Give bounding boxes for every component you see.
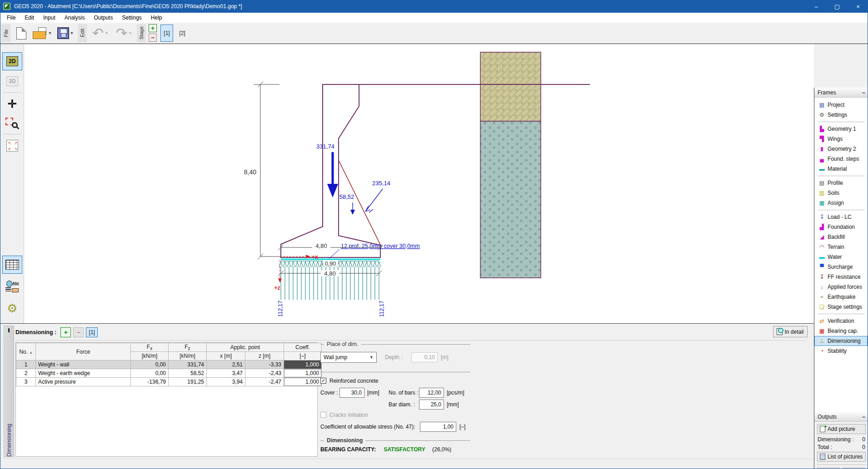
view-3d-button[interactable]: 3D xyxy=(2,72,22,90)
panel-stage-button[interactable]: [1] xyxy=(86,327,98,337)
sidebar-item-material[interactable]: ▬Material xyxy=(814,164,868,174)
bars-field[interactable]: 12,00 xyxy=(419,388,444,398)
pan-button[interactable]: ✛ xyxy=(2,95,22,113)
foundation-icon: ▟ xyxy=(818,224,825,230)
forces-table[interactable]: No.▲ Force Fx Fz Applic. point Coeff. [k… xyxy=(16,343,322,386)
soils-icon: ▨ xyxy=(818,190,825,196)
depth-field[interactable]: 0,10 xyxy=(411,352,438,362)
coeff-allowable-field[interactable]: 1,00 xyxy=(420,422,456,432)
open-file-button[interactable]: ▼ xyxy=(31,24,53,42)
bars-label: No. of bars : xyxy=(389,390,418,396)
cracks-initiation-checkbox[interactable] xyxy=(320,412,326,418)
sidebar-item-stability[interactable]: ◔Stability xyxy=(814,346,868,356)
add-row-button[interactable]: + xyxy=(60,327,71,337)
zoom-window-button[interactable] xyxy=(2,114,22,132)
open-dropdown-caret[interactable]: ▼ xyxy=(48,31,52,35)
col-no[interactable]: No.▲ xyxy=(16,343,36,360)
sidebar-item-soils[interactable]: ▨Soils xyxy=(814,188,868,198)
add-stage-button[interactable]: + xyxy=(149,24,157,32)
cover-field[interactable]: 30,0 xyxy=(339,388,364,398)
sidebar-item-earthquake[interactable]: ≈Earthquake xyxy=(814,292,868,302)
height-dimension-label: 8,40 xyxy=(244,168,256,176)
view-toolbar: 2D 3D ✛ ↖↗↙↘ Abc ⚙ xyxy=(0,44,24,324)
undo-button[interactable]: ↶ ▼ xyxy=(90,24,111,42)
sidebar-item-surcharge[interactable]: ▀Surcharge xyxy=(814,262,868,272)
menu-outputs[interactable]: Outputs xyxy=(89,13,117,22)
picture-settings-button[interactable]: Abc xyxy=(2,277,22,296)
undo-dropdown-caret[interactable]: ▼ xyxy=(105,31,109,35)
sidebar-item-profile[interactable]: ▤Profile xyxy=(814,178,868,188)
sidebar-item-bearing-cap[interactable]: ▦Bearing cap. xyxy=(814,326,868,336)
sidebar-item-foundation[interactable]: ▟Foundation xyxy=(814,222,868,232)
sidebar-item-geometry2[interactable]: ▮Geometry 2 xyxy=(814,144,868,154)
reinforced-concrete-checkbox[interactable]: ✓ xyxy=(320,378,326,384)
save-file-button[interactable]: ▼ xyxy=(56,24,75,42)
depth-unit: [m] xyxy=(441,354,449,360)
menu-file[interactable]: File xyxy=(2,13,20,22)
view-2d-button[interactable]: 2D xyxy=(2,52,22,70)
sidebar-item-project[interactable]: ▤Project xyxy=(814,100,868,110)
drawing-canvas[interactable]: 8,40 331,74 58,52 235,14 12 prof. 25,0mm… xyxy=(24,44,814,324)
menu-edit[interactable]: Edit xyxy=(20,13,39,22)
sidebar-item-wings[interactable]: ▜Wings xyxy=(814,134,868,144)
sidebar-item-load-lc[interactable]: ↧Load - LC xyxy=(814,212,868,222)
remove-row-button[interactable]: − xyxy=(73,327,84,337)
coeff-cell[interactable]: 1,000 xyxy=(284,378,322,386)
zoom-fit-button[interactable]: ↖↗↙↘ xyxy=(2,137,22,155)
maximize-button[interactable]: ▢ xyxy=(827,0,848,13)
close-button[interactable]: × xyxy=(848,0,868,13)
col-coeff[interactable]: Coeff. xyxy=(284,343,322,352)
menu-help[interactable]: Help xyxy=(146,13,167,22)
sidebar-item-geometry1[interactable]: ▙Geometry 1 xyxy=(814,124,868,134)
redo-dropdown-caret[interactable]: ▼ xyxy=(128,31,132,35)
drawing-settings-button[interactable]: ⚙ xyxy=(2,299,22,317)
table-row[interactable]: 3 Active pressure -136,79 191,25 3,94 -2… xyxy=(16,378,322,386)
sidebar-item-ff-resistance[interactable]: ↧FF resistance xyxy=(814,272,868,282)
place-of-dim-select[interactable]: Wall jump ▼ xyxy=(320,352,377,363)
force-active-arrow xyxy=(365,189,383,212)
list-of-pictures-button[interactable]: List of pictures xyxy=(817,452,866,462)
stage-1-button[interactable]: [1] xyxy=(160,25,173,42)
file-group-label[interactable]: File xyxy=(1,24,10,42)
add-picture-button[interactable]: + Add picture xyxy=(817,424,866,434)
outputs-minimize-icon[interactable]: – xyxy=(862,414,865,420)
panel-side-strip[interactable]: Dimensioning xyxy=(4,326,14,457)
geometry2-icon: ▮ xyxy=(818,146,825,152)
sidebar-item-assign[interactable]: ▦Assign xyxy=(814,198,868,208)
col-force[interactable]: Force xyxy=(36,343,131,360)
frames-minimize-icon[interactable]: – xyxy=(862,89,865,96)
sidebar-item-applied-forces[interactable]: ↓Applied forces xyxy=(814,282,868,292)
in-detail-magnifier-icon xyxy=(777,328,783,335)
sidebar-item-terrain[interactable]: ◠Terrain xyxy=(814,242,868,252)
sidebar-item-found-steps[interactable]: ▄Found. steps xyxy=(814,154,868,164)
table-row[interactable]: 1 Weight - wall 0,00 331,74 2,51 -3,33 1… xyxy=(16,360,322,369)
sidebar-item-backfill[interactable]: ◢Backfill xyxy=(814,232,868,242)
sidebar-item-settings[interactable]: ⚙Settings xyxy=(814,110,868,120)
splitter-handle[interactable] xyxy=(8,328,10,332)
menu-analysis[interactable]: Analysis xyxy=(60,13,90,22)
col-fz[interactable]: Fz xyxy=(169,343,207,352)
table-row[interactable]: 2 Weight - earth wedge 0,00 58,52 3,47 -… xyxy=(16,369,322,378)
stage-2-button[interactable]: [2] xyxy=(176,25,189,42)
table-view-button[interactable] xyxy=(2,256,22,274)
menu-input[interactable]: Input xyxy=(39,13,60,22)
in-detail-button[interactable]: In detail xyxy=(773,326,808,337)
edit-group-label[interactable]: Edit xyxy=(78,24,87,42)
sidebar-item-water[interactable]: ▬Water xyxy=(814,252,868,262)
sidebar-item-verification[interactable]: ⇄Verification xyxy=(814,316,868,326)
coeff-cell[interactable]: 1,000 xyxy=(284,360,322,369)
new-file-button[interactable] xyxy=(13,24,30,42)
bar-diam-field[interactable]: 25,0 xyxy=(419,400,444,410)
col-applic-point[interactable]: Applic. point xyxy=(207,343,284,352)
coeff-cell[interactable]: 1,000 xyxy=(284,369,322,378)
col-fx[interactable]: Fx xyxy=(131,343,169,352)
frames-list: ▤Project ⚙Settings ▙Geometry 1 ▜Wings ▮G… xyxy=(814,98,868,356)
sidebar-item-stage-settings[interactable]: ❏Stage settings xyxy=(814,302,868,312)
redo-button[interactable]: ↷ ▼ xyxy=(113,24,135,42)
remove-stage-button[interactable]: − xyxy=(149,34,157,42)
menu-settings[interactable]: Settings xyxy=(117,13,146,22)
save-dropdown-caret[interactable]: ▼ xyxy=(70,31,74,35)
minimize-button[interactable]: – xyxy=(806,0,827,13)
sidebar-item-dimensioning[interactable]: ⊥Dimensioning xyxy=(814,336,868,346)
force-active-label: 235,14 xyxy=(372,180,390,187)
